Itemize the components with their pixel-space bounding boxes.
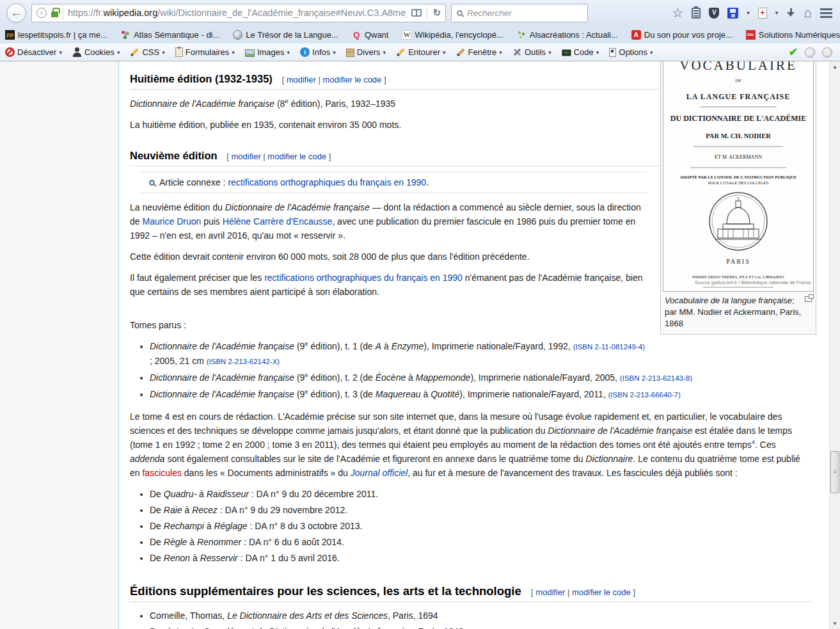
downloads-icon[interactable] bbox=[786, 8, 795, 18]
link-rectifications-1990[interactable]: rectifications orthographiques du frança… bbox=[264, 273, 463, 283]
enlarge-icon[interactable] bbox=[805, 296, 812, 302]
book-cover-image[interactable]: VOCABULAIRE DE LA LANGUE FRANÇAISE DU DI… bbox=[663, 61, 814, 292]
link-journal-officiel[interactable]: Journal officiel bbox=[351, 468, 408, 478]
url-text[interactable]: https://fr.wikipedia.org/wiki/Dictionnai… bbox=[68, 8, 407, 18]
save-addon-icon[interactable] bbox=[727, 8, 738, 19]
devtool-entourer[interactable]: Entourer▾ bbox=[396, 47, 445, 57]
text-segment: , Paris, 1842 bbox=[413, 626, 464, 629]
modifier-le-code-link[interactable]: modifier le code bbox=[267, 152, 326, 161]
bracket: [ bbox=[531, 587, 534, 597]
text-segment: : DA n° 9 du 29 novembre 2012. bbox=[218, 505, 347, 515]
chevron-down-icon: ▾ bbox=[596, 49, 599, 56]
document-addon-icon[interactable]: + bbox=[758, 8, 767, 19]
text-segment: Rechampi bbox=[164, 521, 204, 531]
cover-decoration bbox=[700, 106, 777, 107]
back-button[interactable]: ← bbox=[6, 3, 26, 23]
save-addon-caret-icon[interactable]: ▾ bbox=[747, 10, 750, 16]
urlbar-divider bbox=[63, 6, 63, 19]
link-isbn-2[interactable]: (ISBN 2-213-62142-X) bbox=[207, 358, 280, 365]
bookmark-star-icon[interactable]: ☆ bbox=[672, 6, 683, 19]
link-isbn-4[interactable]: (ISBN 2-213-66640-7) bbox=[608, 391, 681, 399]
cover-line: DE bbox=[663, 74, 813, 88]
modifier-link[interactable]: modifier bbox=[231, 152, 260, 161]
reload-icon[interactable]: ↻ bbox=[432, 7, 441, 19]
devtool-divers[interactable]: Divers▾ bbox=[346, 47, 386, 57]
bracket: ] bbox=[329, 152, 331, 161]
devtool-code[interactable]: Code▾ bbox=[562, 47, 599, 57]
link-isbn-1[interactable]: (ISBN 2-11-081249-4) bbox=[573, 343, 645, 351]
text-segment: . Ces bbox=[755, 440, 776, 450]
chevron-down-icon: ▾ bbox=[548, 49, 551, 56]
text-segment: (9 bbox=[294, 372, 305, 383]
text-segment: De bbox=[150, 553, 164, 563]
devtool-label: Désactiver bbox=[17, 47, 56, 57]
edit-section: [ modifier | modifier le code ] bbox=[531, 587, 635, 597]
https-lock-icon[interactable] bbox=[51, 12, 58, 17]
devtool-css[interactable]: CSS▾ bbox=[130, 47, 164, 57]
thumbnail-caption: Vocabulaire de la langue française; par … bbox=[663, 292, 814, 332]
bookmark-du-son[interactable]: ADu son pour vos proje... bbox=[631, 30, 733, 40]
bookmark-alsacreations[interactable]: Alsacréations : Actuali... bbox=[517, 30, 618, 40]
validation-check-icon[interactable]: ✔ bbox=[789, 45, 798, 59]
heading-text: Neuvième édition bbox=[130, 150, 218, 161]
chevron-down-icon: ▾ bbox=[333, 49, 336, 56]
cover-line: ADOPTÉ PAR LE CONSEIL DE L'INSTRUCTION P… bbox=[663, 175, 813, 180]
link-rectifications-1990[interactable]: rectifications orthographiques du frança… bbox=[228, 177, 426, 187]
status-circle-icon[interactable] bbox=[805, 47, 815, 58]
bookmark-tresor-langue[interactable]: Le Trésor de la Langue... bbox=[233, 30, 338, 40]
scrollbar-thumb[interactable]: ≡ bbox=[830, 451, 839, 493]
search-box[interactable] bbox=[451, 4, 588, 22]
devtool-cookies[interactable]: Cookies▾ bbox=[72, 47, 120, 57]
modifier-le-code-link[interactable]: modifier le code bbox=[572, 587, 631, 597]
bookmark-qwant[interactable]: QQwant bbox=[352, 30, 389, 40]
shield-addon-icon[interactable]: V bbox=[709, 8, 719, 19]
text-segment: puis bbox=[201, 216, 222, 227]
clipboard-addon-icon[interactable] bbox=[692, 8, 701, 19]
scroll-down-arrow[interactable]: ▼ bbox=[830, 618, 840, 629]
home-icon[interactable]: ⌂ bbox=[804, 6, 812, 19]
list-item-tome-2: Dictionnaire de l'Académie française (9e… bbox=[150, 370, 811, 385]
link-fascicules[interactable]: fascicules bbox=[142, 468, 181, 478]
devtool-formulaires[interactable]: Formulaires▾ bbox=[175, 47, 235, 57]
devtool-desactiver[interactable]: Désactiver▾ bbox=[5, 47, 62, 57]
url-bar[interactable]: i https://fr.wikipedia.org/wiki/Dictionn… bbox=[31, 4, 446, 22]
text-segment: ; 2005, 21 cm bbox=[150, 356, 207, 366]
link-maurice-druon[interactable]: Maurice Druon bbox=[142, 216, 201, 227]
cover-line: 1868 bbox=[663, 291, 813, 292]
modifier-link[interactable]: modifier bbox=[287, 75, 316, 84]
reader-mode-icon[interactable] bbox=[411, 9, 422, 17]
text-segment: Maquereau bbox=[376, 389, 421, 399]
text-segment: Dictionnaire de l'Académie française bbox=[548, 426, 692, 436]
list-item-fascicule: De Règle à Renommer : DA n° 6 du 6 août … bbox=[150, 535, 811, 549]
bookmark-atlas-semantique[interactable]: Atlas Sémantique - di... bbox=[121, 30, 219, 40]
page-info-icon[interactable]: i bbox=[36, 8, 47, 18]
text-segment: : DA n° 9 du 20 décembre 2011. bbox=[249, 489, 378, 499]
text-segment: Éocène bbox=[376, 372, 406, 383]
document-addon-caret-icon[interactable]: ▾ bbox=[775, 10, 779, 16]
vertical-scrollbar[interactable]: ▲ ≡ ▼ bbox=[829, 61, 840, 629]
status-circle-icon[interactable] bbox=[822, 47, 832, 58]
box-icon bbox=[346, 49, 354, 57]
text-segment: Renon bbox=[164, 553, 190, 563]
text-segment: à bbox=[187, 537, 197, 547]
bookmark-wikipedia[interactable]: WWikipédia, l'encyclopé... bbox=[402, 30, 503, 40]
scroll-up-arrow[interactable]: ▲ bbox=[830, 61, 840, 72]
text-segment: à bbox=[381, 341, 392, 351]
modifier-link[interactable]: modifier bbox=[535, 587, 565, 597]
bookmark-solutions-numeriques[interactable]: S&LSolutions Numériques... bbox=[746, 30, 840, 40]
devtool-options[interactable]: Options▾ bbox=[609, 47, 653, 57]
list-item-corneille: Corneille, Thomas, Le Dictionnaire des A… bbox=[150, 609, 811, 623]
link-isbn-3[interactable]: (ISBN 2-213-62143-8) bbox=[620, 374, 692, 382]
bookmark-lespetitspois[interactable]: pplespetitspois.fr | ça me... bbox=[5, 30, 107, 40]
devtool-images[interactable]: Images▾ bbox=[245, 47, 290, 57]
devtool-outils[interactable]: Outils▾ bbox=[512, 47, 551, 57]
devtool-fenetre[interactable]: Fenêtre▾ bbox=[456, 47, 502, 57]
web-developer-toolbar: Désactiver▾ Cookies▾ CSS▾ Formulaires▾ I… bbox=[0, 44, 840, 61]
menu-icon[interactable] bbox=[820, 8, 832, 10]
url-domain: wikipedia.org bbox=[104, 8, 158, 18]
modifier-le-code-link[interactable]: modifier le code bbox=[323, 75, 382, 84]
cover-title: VOCABULAIRE bbox=[663, 61, 813, 72]
link-helene-carrere[interactable]: Hélène Carrère d'Encausse bbox=[223, 216, 333, 227]
devtool-infos[interactable]: iInfos▾ bbox=[300, 47, 336, 57]
search-input[interactable] bbox=[467, 8, 563, 18]
